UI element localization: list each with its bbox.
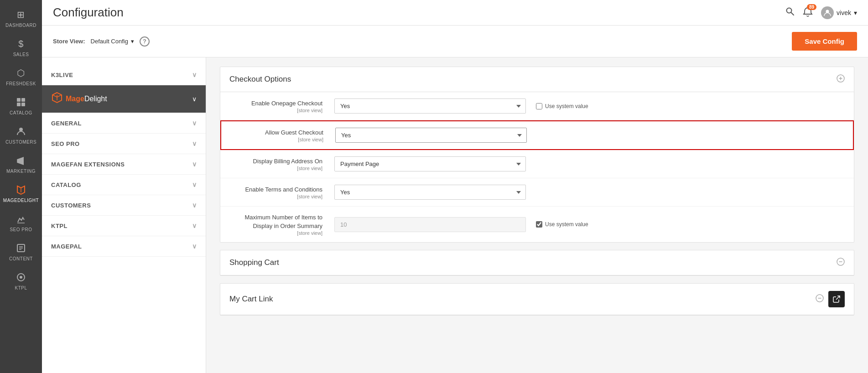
sidebar-item-marketing[interactable]: MARKETING: [0, 150, 42, 179]
left-panel-item-customers[interactable]: CUSTOMERS ∨: [42, 195, 206, 216]
svg-line-12: [791, 13, 794, 16]
left-panel-label-ktpl: KTPL: [51, 223, 68, 229]
left-panel-item-catalog[interactable]: CATALOG ∨: [42, 175, 206, 195]
select-enable-terms[interactable]: Yes No: [334, 185, 526, 200]
label-enable-terms: Enable Terms and Conditions [store view]: [229, 185, 330, 199]
label-display-billing: Display Billing Address On [store view]: [229, 157, 330, 171]
input-max-items: [334, 217, 526, 232]
user-avatar: [821, 6, 834, 19]
left-panel-label-k3live: K3LIVE: [51, 72, 73, 78]
search-icon[interactable]: [785, 7, 795, 18]
user-name: vivek: [837, 9, 851, 16]
label-max-items: Maximum Number of Items to Display in Or…: [229, 213, 330, 236]
sales-icon: $: [15, 37, 27, 50]
system-enable-onepage: Use system value: [536, 103, 588, 109]
md-logo-icon: [51, 92, 63, 106]
left-panel-label-magepal: MAGEPAL: [51, 243, 82, 250]
marketing-icon: [15, 154, 27, 167]
sidebar-label-ktpl: KTPL: [15, 285, 27, 291]
left-panel-item-seo-pro[interactable]: SEO PRO ∨: [42, 134, 206, 154]
svg-point-4: [19, 128, 23, 131]
left-panel-label-magefan: MAGEFAN EXTENSIONS: [51, 161, 125, 168]
chevron-magedelight: ∨: [192, 95, 197, 103]
my-cart-link-header[interactable]: My Cart Link: [220, 284, 854, 315]
store-view-dropdown-icon: ▾: [131, 38, 134, 45]
seo-pro-icon: [15, 212, 27, 225]
chevron-seo-pro: ∨: [192, 140, 197, 147]
my-cart-link-title: My Cart Link: [229, 295, 273, 304]
left-panel-label-catalog: CATALOG: [51, 181, 81, 188]
row-enable-onepage: Enable Onepage Checkout [store view] Yes…: [220, 92, 854, 120]
left-panel-item-ktpl[interactable]: KTPL ∨: [42, 216, 206, 236]
dashboard-icon: ⊞: [15, 8, 27, 21]
left-panel-label-seo-pro: SEO PRO: [51, 140, 80, 147]
store-bar: Store View: Default Config ▾ ? Save Conf…: [42, 26, 868, 57]
store-view-value: Default Config: [91, 38, 128, 45]
shopping-cart-section: Shopping Cart: [220, 250, 854, 276]
sidebar-label-content: CONTENT: [9, 256, 33, 262]
header-right: 89 vivek ▾: [785, 6, 857, 19]
svg-line-17: [836, 296, 840, 300]
sidebar-item-magedelight[interactable]: MAGEDELIGHT: [0, 179, 42, 208]
sidebar-label-magedelight: MAGEDELIGHT: [3, 198, 39, 203]
left-panel-item-general[interactable]: GENERAL ∨: [42, 113, 206, 134]
customers-icon: [15, 125, 27, 138]
right-panel: Checkout Options Enable Onepage Checkout…: [206, 57, 868, 373]
checkout-options-header[interactable]: Checkout Options: [220, 67, 854, 92]
ktpl-icon: [15, 271, 27, 284]
magedelight-logo: MageDelight: [51, 92, 107, 106]
sidebar-label-customers: CUSTOMERS: [5, 140, 36, 145]
sidebar-label-freshdesk: FRESHDESK: [6, 81, 36, 87]
help-icon[interactable]: ?: [140, 36, 150, 47]
sidebar-label-dashboard: DASHBOARD: [5, 23, 36, 28]
chevron-k3live: ∨: [192, 71, 197, 78]
user-dropdown-icon: ▾: [854, 9, 857, 16]
row-enable-terms: Enable Terms and Conditions [store view]…: [220, 178, 854, 207]
chevron-magepal: ∨: [192, 243, 197, 250]
checkbox-system-onepage[interactable]: [536, 103, 542, 109]
sidebar-item-sales[interactable]: $ SALES: [0, 33, 42, 62]
catalog-icon: [15, 96, 27, 109]
sidebar-item-dashboard[interactable]: ⊞ DASHBOARD: [0, 4, 42, 33]
sidebar-item-seo-pro[interactable]: SEO PRO: [0, 208, 42, 237]
sidebar-item-catalog[interactable]: CATALOG: [0, 91, 42, 120]
sidebar-item-customers[interactable]: CUSTOMERS: [0, 120, 42, 150]
sidebar-label-marketing: MARKETING: [6, 169, 36, 174]
left-panel-item-magepal[interactable]: MAGEPAL ∨: [42, 236, 206, 257]
sidebar-item-content[interactable]: CONTENT: [0, 237, 42, 266]
left-panel-label-customers: CUSTOMERS: [51, 202, 91, 209]
sidebar-item-ktpl[interactable]: KTPL: [0, 266, 42, 295]
svg-rect-1: [21, 98, 25, 102]
sidebar-label-seo-pro: SEO PRO: [10, 227, 32, 233]
select-enable-onepage[interactable]: Yes No: [334, 98, 526, 114]
shopping-cart-header[interactable]: Shopping Cart: [220, 250, 854, 275]
chevron-customers: ∨: [192, 202, 197, 209]
svg-rect-0: [17, 98, 21, 102]
save-config-button[interactable]: Save Config: [792, 32, 857, 51]
label-allow-guest: Allow Guest Checkout [store view]: [230, 128, 331, 142]
select-display-billing[interactable]: Payment Page Payment Method: [334, 156, 526, 171]
sidebar: ⊞ DASHBOARD $ SALES ⬡ FRESHDESK CATALOG …: [0, 0, 42, 373]
user-menu[interactable]: vivek ▾: [821, 6, 857, 19]
notification-count: 89: [807, 4, 816, 10]
left-panel-item-magedelight[interactable]: MageDelight ∨: [42, 85, 206, 113]
left-panel-item-k3live[interactable]: K3LIVE ∨: [42, 65, 206, 85]
my-cart-link-collapse-icon: [816, 294, 824, 304]
store-view-left: Store View: Default Config ▾ ?: [53, 36, 150, 47]
store-view-selector[interactable]: Default Config ▾: [91, 38, 134, 45]
row-display-billing: Display Billing Address On [store view] …: [220, 150, 854, 178]
left-panel-item-magefan[interactable]: MAGEFAN EXTENSIONS ∨: [42, 154, 206, 175]
notification-bell[interactable]: 89: [803, 7, 813, 19]
select-allow-guest[interactable]: Yes No: [335, 128, 527, 143]
row-max-items: Maximum Number of Items to Display in Or…: [220, 207, 854, 242]
checkbox-system-max-items[interactable]: [536, 221, 542, 228]
sidebar-label-sales: SALES: [13, 52, 29, 57]
chevron-catalog: ∨: [192, 181, 197, 188]
my-cart-link-section: My Cart Link: [220, 283, 854, 316]
left-panel-label-general: GENERAL: [51, 120, 82, 127]
sidebar-item-freshdesk[interactable]: ⬡ FRESHDESK: [0, 62, 42, 91]
control-display-billing: Payment Page Payment Method: [334, 156, 526, 171]
link-icon-button[interactable]: [828, 291, 845, 307]
checkout-section-title: Checkout Options: [229, 75, 291, 84]
row-allow-guest-wrapper: Allow Guest Checkout [store view] Yes No: [220, 120, 854, 150]
